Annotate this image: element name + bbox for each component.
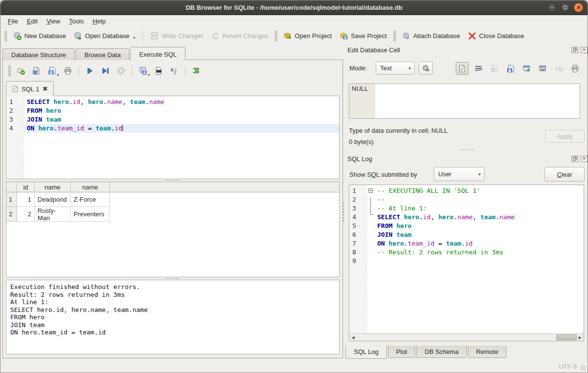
splitter-handle[interactable] — [459, 148, 474, 151]
menu-tools[interactable]: Tools — [64, 16, 88, 26]
minimize-button[interactable]: − — [547, 3, 557, 12]
cell[interactable]: Deadpond — [35, 192, 71, 207]
column-header[interactable]: name — [71, 182, 110, 192]
float-panel-icon[interactable] — [571, 156, 578, 162]
table-row[interactable]: 11DeadpondZ-Force — [6, 192, 339, 207]
fold-gutter[interactable] — [367, 185, 375, 333]
table-row[interactable]: 22Rusty-ManPreventers — [6, 207, 339, 222]
apply-button[interactable]: Apply — [545, 130, 585, 143]
set-null-button[interactable] — [552, 62, 565, 75]
code-line: -- EXECUTING ALL IN 'SQL 1' — [375, 186, 584, 195]
toolbar-grip[interactable] — [275, 31, 277, 41]
scrollbar-thumb[interactable] — [556, 334, 577, 340]
revert-changes-button[interactable]: Revert Changes — [207, 29, 272, 42]
toolbar-grip[interactable] — [8, 65, 11, 77]
auto-switch-mode-button[interactable] — [419, 62, 433, 75]
toolbar-grip[interactable] — [4, 31, 7, 41]
mode-select[interactable]: Text▾ — [376, 62, 415, 75]
save-results-button[interactable]: ▾ — [137, 64, 149, 77]
title-bar[interactable]: DB Browser for SQLite - /home/user/code/… — [0, 0, 588, 15]
dropdown-arrow-icon[interactable]: ▾ — [57, 73, 59, 77]
tab-database-structure[interactable]: Database Structure — [2, 48, 75, 60]
maximize-button[interactable] — [561, 3, 570, 12]
export-data-button[interactable] — [504, 62, 517, 75]
tab-browse-data[interactable]: Browse Data — [76, 48, 129, 60]
cell-value-editor[interactable]: NULL — [349, 83, 580, 119]
close-panel-icon[interactable]: ✕ — [581, 47, 588, 53]
resize-grip[interactable] — [580, 365, 586, 371]
code-area[interactable]: SELECT hero.id, hero.name, team.nameFROM… — [24, 96, 339, 179]
dock-tab-db-schema[interactable]: DB Schema — [416, 346, 466, 358]
menu-file[interactable]: File — [3, 16, 22, 26]
clear-log-button[interactable]: Clear — [545, 167, 585, 182]
float-panel-icon[interactable] — [571, 47, 578, 53]
dock-tab-remote[interactable]: Remote — [468, 346, 507, 358]
cell-value-content[interactable] — [375, 84, 580, 118]
fold-marker-icon[interactable] — [368, 188, 373, 193]
new-sql-tab-button[interactable] — [15, 64, 27, 77]
cell[interactable]: Z-Force — [71, 192, 110, 207]
cell[interactable]: Rusty-Man — [35, 207, 71, 222]
cell[interactable]: 1 — [17, 192, 35, 207]
print-cell-button[interactable] — [568, 62, 581, 75]
open-in-external-button[interactable] — [520, 62, 533, 75]
horizontal-scrollbar[interactable]: ◀ ▶ — [349, 333, 584, 341]
sql-document-tab[interactable]: SQL 1 ✖ — [6, 81, 54, 96]
find-button[interactable] — [152, 64, 165, 77]
execute-all-button[interactable] — [83, 64, 96, 77]
stop-button[interactable] — [115, 64, 127, 77]
execute-current-line-button[interactable] — [99, 64, 112, 77]
format-sql-icon — [192, 66, 201, 75]
column-header[interactable]: id — [17, 182, 35, 192]
encoding-status: UTF-8 — [559, 363, 577, 370]
open-database-button[interactable]: Open Database ▾ — [70, 29, 139, 42]
toolbar-grip[interactable] — [393, 31, 396, 41]
close-button[interactable]: ✕ — [574, 3, 583, 12]
edit-cell-title: Edit Database Cell — [347, 46, 569, 54]
print-button[interactable] — [61, 64, 74, 77]
open-sql-file-button[interactable] — [30, 64, 43, 77]
pane-splitter-handle[interactable] — [343, 202, 345, 222]
set-link-button[interactable] — [536, 62, 549, 75]
dropdown-arrow-icon[interactable]: ▾ — [133, 36, 135, 40]
text-document-icon — [458, 64, 466, 73]
close-database-button[interactable]: Close Database — [464, 29, 528, 42]
import-data-button[interactable] — [488, 62, 501, 75]
dropdown-arrow-icon[interactable]: ▾ — [148, 73, 150, 77]
code-line: FROM hero — [24, 106, 339, 115]
code-area[interactable]: -- EXECUTING ALL IN 'SQL 1'---- At line … — [375, 185, 584, 333]
menu-help[interactable]: Help — [88, 16, 110, 26]
gear-icon — [422, 64, 430, 72]
menu-view[interactable]: View — [42, 16, 64, 26]
save-project-button[interactable]: Save Project — [336, 29, 391, 42]
attach-database-button[interactable]: Attach Database — [398, 29, 464, 42]
dock-tab-plot[interactable]: Plot — [388, 346, 415, 358]
row-header[interactable]: 1 — [6, 192, 17, 207]
save-sql-file-button[interactable]: ▾ — [46, 64, 59, 77]
close-panel-icon[interactable]: ✕ — [581, 156, 588, 162]
new-database-button[interactable]: New Database — [9, 29, 70, 42]
open-sql-file-icon — [32, 66, 41, 75]
scroll-left-icon[interactable]: ◀ — [349, 335, 357, 340]
log-filter-select[interactable]: User▾ — [434, 167, 485, 181]
close-tab-icon[interactable]: ✖ — [42, 85, 47, 92]
row-header[interactable]: 2 — [6, 207, 17, 222]
format-sql-button[interactable] — [190, 64, 203, 77]
dock-tab-sql-log[interactable]: SQL Log — [345, 345, 387, 359]
menu-edit[interactable]: Edit — [22, 16, 42, 26]
sql-log-code[interactable]: 123456789-- EXECUTING ALL IN 'SQL 1'----… — [349, 185, 584, 333]
sql-editor[interactable]: 1234SELECT hero.id, hero.name, team.name… — [6, 96, 340, 179]
tab-execute-sql[interactable]: Execute SQL — [130, 47, 185, 60]
scroll-right-icon[interactable]: ▶ — [576, 335, 584, 340]
write-changes-button[interactable]: Write Changes — [146, 29, 207, 42]
open-project-button[interactable]: Open Project — [280, 29, 336, 42]
cell[interactable]: Preventers — [71, 207, 110, 222]
editor-margin — [363, 185, 367, 333]
text-mode-button[interactable] — [456, 62, 468, 75]
column-header[interactable]: name — [35, 182, 71, 192]
results-grid[interactable]: idnamename11DeadpondZ-Force22Rusty-ManPr… — [6, 182, 340, 277]
word-wrap-button[interactable] — [472, 62, 485, 75]
execution-message-panel[interactable]: Execution finished without errors. Resul… — [6, 280, 340, 354]
cell[interactable]: 2 — [17, 207, 35, 222]
autocomplete-button[interactable]: az — [168, 64, 181, 77]
